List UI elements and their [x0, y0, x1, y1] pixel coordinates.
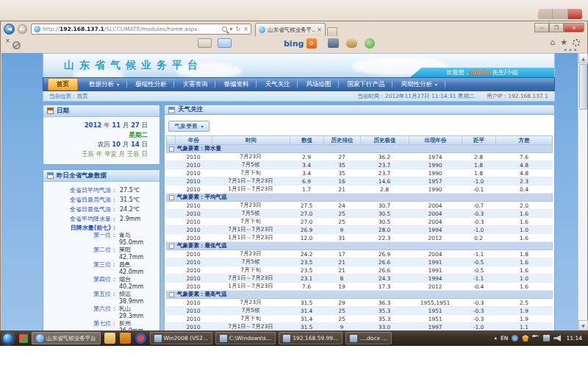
forward-button[interactable]: ► [18, 24, 27, 34]
table-row[interactable]: 20101月1日～7月23日1.7212.81990-0.10.4 [166, 185, 553, 194]
send-mail-icon[interactable] [218, 38, 232, 48]
table-row[interactable]: 20107月下旬27.02530.52004-0.31.6 [166, 218, 553, 226]
snapshot-tool-icon[interactable] [328, 38, 339, 48]
url-text[interactable]: http://192.168.137.1/SLCCLIMATE/modules/… [43, 26, 222, 32]
start-button[interactable] [2, 333, 14, 344]
section-checkbox[interactable] [169, 292, 174, 297]
element-selector-button[interactable]: 气象要素 ▾ [168, 121, 209, 132]
close-button[interactable]: × [564, 23, 584, 32]
column-header[interactable]: 历史极值 [361, 136, 409, 145]
search-icon[interactable] [222, 26, 227, 32]
table-row[interactable]: 20107月23日31.52936.31955,1951-0.32.5 [166, 299, 553, 307]
table-cell: 1.8 [462, 162, 495, 169]
table-row[interactable]: 20107月下旬23.52126.61991-0.51.6 [166, 266, 553, 275]
stop-icon[interactable]: × [243, 26, 248, 32]
table-section-header[interactable]: 气象要素：最低气温 [166, 242, 553, 250]
taskbar-window-3[interactable]: 192.168.59.99... [279, 332, 343, 344]
table-row[interactable]: 20101月1日～7月23日12.03122.320120.21.6 [166, 234, 553, 242]
nav-item-1[interactable]: 首页 [48, 78, 78, 91]
table-row[interactable]: 20107月23日27.52430.72004-0.72.0 [166, 202, 553, 210]
pinned-app-icon[interactable] [19, 334, 28, 343]
table-row[interactable]: 20107月1日～7月23日23.1824.31994-1.11.0 [166, 275, 553, 283]
column-header[interactable]: 历史排位 [324, 136, 361, 145]
action-center-flag-icon[interactable] [532, 335, 539, 342]
blocked-addon-icon[interactable] [12, 41, 21, 49]
table-cell: 1990 [409, 162, 462, 169]
column-header[interactable]: 年份 [176, 136, 212, 145]
table-section-header[interactable]: 气象要素：平均气温 [166, 194, 553, 202]
section-checkbox[interactable] [169, 244, 174, 249]
translate-addon-icon[interactable] [365, 38, 375, 49]
volume-icon[interactable] [553, 335, 561, 342]
nav-item-3[interactable]: 极端性分析 [127, 78, 175, 91]
table-row[interactable]: 20107月1日～7月23日6.91614.61957-1.02.3 [166, 177, 553, 185]
nav-item-8[interactable]: 国家下行产品 [339, 78, 392, 91]
explorer-icon[interactable] [104, 333, 115, 344]
mail-icon[interactable] [198, 38, 212, 48]
section-checkbox[interactable] [169, 195, 174, 200]
hidden-icons-arrow-icon[interactable]: ▴ [495, 335, 498, 342]
column-header[interactable]: 方差 [496, 136, 552, 145]
sidebar: 日期 2012 年 11 月 27 日 星期二 农历 [43, 105, 160, 330]
minimize-button[interactable]: — [534, 23, 549, 32]
table-row[interactable]: 20107月1日～7月23日26.9928.01994-1.01.0 [166, 226, 553, 234]
scroll-up-icon[interactable]: ▲ [578, 53, 588, 63]
table-row[interactable]: 20107月下旬31.42535.31951-0.31.9 [166, 315, 553, 323]
bing-search-icon[interactable] [306, 38, 317, 49]
favorites-star-icon[interactable]: ★ [560, 38, 567, 47]
table-row[interactable]: 20107月下旬3.43523.719901.84.8 [166, 169, 553, 177]
table-section-header[interactable]: 气象要素：最高气温 [166, 291, 553, 299]
table-row[interactable]: 20107月5候23.52126.61991-0.51.6 [166, 258, 553, 266]
column-header[interactable]: 时间 [212, 136, 290, 145]
addon-close-icon[interactable]: × [5, 38, 10, 44]
table-row[interactable]: 20107月5候3.43523.719901.84.8 [166, 161, 553, 169]
browser-tab[interactable]: 山东省气候业务平... × [255, 23, 326, 36]
column-header[interactable]: 数值 [290, 136, 324, 145]
taskbar-window-1[interactable]: Win2008 (VS2... [150, 332, 212, 344]
calendar-icon [47, 107, 54, 114]
scroll-down-icon[interactable]: ▼ [578, 320, 588, 330]
window-title: ….docx … [359, 335, 387, 342]
new-tab-button[interactable] [327, 27, 337, 36]
nav-item-6[interactable]: 天气关注 [257, 78, 298, 91]
refresh-icon[interactable]: ↻ [236, 26, 241, 32]
lunar-date: 农历 10 月 14 日 [48, 140, 148, 149]
table-row[interactable]: 20107月5候31.42535.31951-0.31.9 [166, 307, 553, 315]
clock[interactable]: 11:14 [566, 335, 582, 342]
scrollbar-thumb[interactable] [579, 64, 587, 110]
table-row[interactable]: 20101月1日～7月23日7.61917.32012-0.41.6 [166, 283, 553, 291]
maximize-button[interactable]: ❐ [549, 23, 564, 32]
bing-logo[interactable]: bing [284, 39, 304, 49]
nav-item-9[interactable]: 周期性分析 ▾ [392, 78, 445, 91]
media-player-icon[interactable] [135, 333, 146, 344]
network-status-icon[interactable] [512, 335, 518, 342]
display-icon[interactable] [543, 335, 550, 342]
app-orange-icon[interactable] [120, 333, 131, 344]
taskbar-window-4[interactable]: ….docx … [345, 332, 392, 344]
table-row[interactable]: 20107月5候27.02530.52004-0.31.6 [166, 210, 553, 218]
table-section-header[interactable]: 气象要素：降水量 [166, 145, 553, 153]
nav-item-4[interactable]: 灾害查询 [174, 78, 215, 91]
table-row[interactable]: 20107月23日2.92736.219742.87.6 [166, 153, 553, 161]
language-indicator[interactable]: EN [501, 335, 508, 342]
back-button[interactable]: ◄ [4, 24, 15, 35]
table-cell: 2012 [409, 235, 462, 241]
column-header[interactable]: 出现年份 [409, 136, 462, 145]
nav-item-7[interactable]: 风场绘图 [298, 78, 339, 91]
nav-item-2[interactable]: 数据分析 ▾ [81, 78, 127, 91]
table-row[interactable]: 20107月23日24.21726.92004-1.11.8 [166, 250, 553, 258]
table-row[interactable]: 20107月1日～7月23日31.5933.01997-1.01.1 [166, 323, 553, 330]
section-checkbox[interactable] [169, 146, 174, 152]
search-dropdown-icon[interactable]: ▾ [230, 26, 233, 32]
gear-icon[interactable] [573, 39, 580, 46]
toolbar-addon-icon[interactable] [346, 38, 357, 48]
security-shield-icon[interactable] [522, 335, 528, 342]
tab-close-icon[interactable]: × [317, 26, 322, 33]
address-bar[interactable]: http://192.168.137.1/SLCCLIMATE/modules/… [31, 24, 251, 35]
taskbar-active-window[interactable]: 山东省气候业务平台 [32, 332, 101, 344]
home-icon[interactable]: ⌂ [550, 38, 555, 47]
vertical-scrollbar[interactable]: ▲ ▼ [578, 53, 587, 330]
column-header[interactable]: 距平 [462, 136, 496, 145]
nav-item-5[interactable]: 整编资料 [215, 78, 257, 91]
taskbar-window-2[interactable]: C:\Windows\s... [215, 332, 276, 344]
